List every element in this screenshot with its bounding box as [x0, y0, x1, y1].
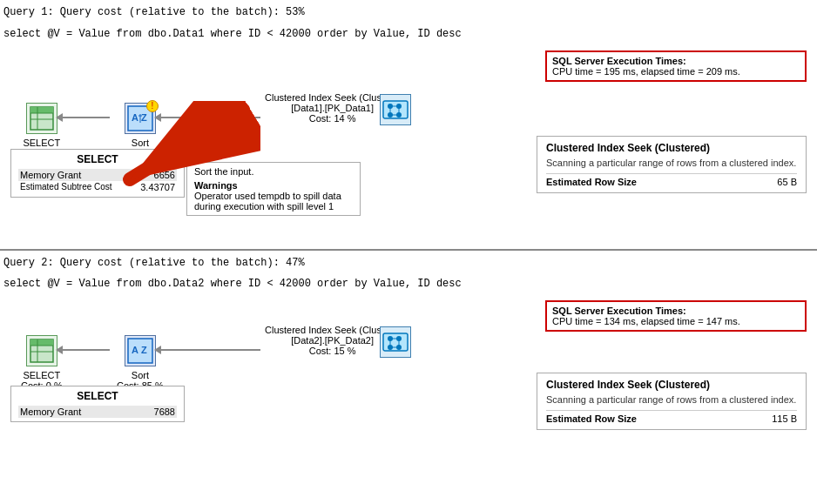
- query1-sort-label: Sort: [117, 138, 164, 148]
- query1-section: Query 1: Query cost (relative to the bat…: [0, 0, 817, 251]
- query1-cluster-details-title: Clustered Index Seek (Clustered): [546, 142, 797, 154]
- query1-cluster-details-desc: Scanning a particular range of rows from…: [546, 158, 797, 168]
- query2-exec-cpu: CPU time = 134 ms, elapsed time = 147 ms…: [552, 316, 800, 326]
- query2-select-icon: [24, 333, 59, 368]
- connector2-select-sort: [57, 349, 110, 351]
- query1-cluster-node[interactable]: [378, 92, 413, 129]
- query2-plan-area: SQL Server Execution Times: CPU time = 1…: [3, 299, 814, 438]
- query1-sort-tooltip: Sort the input. Warnings Operator used t…: [186, 162, 361, 216]
- query1-header2: select @V = Value from dbo.Data1 where I…: [3, 27, 814, 42]
- query1-select-label: SELECT: [21, 138, 63, 148]
- query1-sort-icon-container: A Z !: [123, 101, 158, 136]
- query1-subtree-value: 3.43707: [132, 181, 177, 193]
- arrow2-sort-cluster: [154, 346, 161, 354]
- query1-select-tooltip-title: SELECT: [18, 153, 177, 165]
- query1-sort-desc: Sort the input.: [194, 166, 353, 177]
- svg-rect-22: [30, 339, 53, 346]
- sort-warning-badge: !: [146, 100, 159, 112]
- query2-header1-text: Query 2: Query cost (relative to the bat…: [3, 257, 305, 269]
- query2-sort-label: Sort: [117, 370, 164, 380]
- query1-row-size-label: Estimated Row Size: [546, 177, 637, 187]
- query1-select-icon: [24, 101, 59, 136]
- query2-cluster-node[interactable]: [378, 325, 413, 361]
- clustered-index-icon-2: [380, 326, 411, 358]
- query2-cluster-details-desc: Scanning a particular range of rows from…: [546, 394, 797, 405]
- query2-select-node[interactable]: SELECT Cost: 0 %: [21, 333, 63, 391]
- query2-row-size-label: Estimated Row Size: [546, 413, 637, 424]
- query1-select-tooltip: SELECT Memory Grant 6656 Estimated Subtr…: [10, 149, 185, 198]
- svg-text:A: A: [132, 345, 138, 355]
- query2-section: Query 2: Query cost (relative to the bat…: [0, 251, 817, 447]
- connector-sort-cluster: [156, 117, 260, 118]
- query1-cluster-row-size: Estimated Row Size 65 B: [546, 173, 797, 187]
- query2-select-tooltip: SELECT Memory Grant 7688: [10, 386, 185, 422]
- query2-memory-grant-value: 7688: [133, 406, 177, 418]
- query2-cluster-icon: [378, 325, 413, 360]
- query2-execution-times: SQL Server Execution Times: CPU time = 1…: [545, 300, 807, 332]
- query1-warnings-text: Operator used tempdb to spill data durin…: [194, 191, 353, 212]
- svg-text:Z: Z: [141, 112, 147, 123]
- query1-cluster-icon: [378, 92, 413, 127]
- svg-rect-29: [383, 333, 408, 351]
- query2-sort-icon-container: A Z: [123, 333, 158, 368]
- query2-cluster-row-size: Estimated Row Size 115 B: [546, 410, 797, 424]
- sort-az-icon: A Z !: [125, 103, 156, 134]
- query2-memory-grant-label: Memory Grant: [18, 406, 133, 418]
- svg-text:Z: Z: [141, 345, 147, 355]
- query2-select-label: SELECT: [21, 370, 63, 380]
- select-table-icon-2: [26, 335, 57, 366]
- sort-az-icon-2: A Z: [125, 335, 156, 366]
- arrow2-select-sort: [56, 346, 63, 354]
- query1-plan-area: SQL Server Execution Times: CPU time = 1…: [3, 49, 814, 240]
- query1-header1: Query 1: Query cost (relative to the bat…: [3, 5, 814, 20]
- query2-header1: Query 2: Query cost (relative to the bat…: [3, 256, 814, 271]
- arrow-sort-cluster: [154, 113, 161, 122]
- query2-sort-node[interactable]: A Z Sort Cost: 85 %: [117, 333, 164, 391]
- query2-header2: select @V = Value from dbo.Data2 where I…: [3, 277, 814, 292]
- query2-cluster-details: Clustered Index Seek (Clustered) Scannin…: [537, 373, 807, 430]
- select-table-icon: [26, 103, 57, 134]
- query1-exec-title: SQL Server Execution Times:: [552, 56, 800, 66]
- query2-header2-text: select @V = Value from dbo.Data2 where I…: [3, 278, 462, 290]
- query1-execution-times: SQL Server Execution Times: CPU time = 1…: [545, 50, 807, 82]
- query2-cluster-details-title: Clustered Index Seek (Clustered): [546, 379, 797, 391]
- query2-select-tooltip-title: SELECT: [18, 390, 177, 402]
- svg-rect-1: [30, 107, 53, 113]
- query1-cluster-details: Clustered Index Seek (Clustered) Scannin…: [537, 136, 807, 193]
- arrow-select-sort: [56, 113, 63, 122]
- query1-memory-grant-value: 6656: [132, 169, 177, 181]
- connector-select-sort: [57, 117, 110, 118]
- query2-row-size-value: 115 B: [772, 413, 797, 424]
- query2-exec-title: SQL Server Execution Times:: [552, 306, 800, 316]
- query1-memory-grant-label: Memory Grant: [18, 169, 132, 181]
- connector2-sort-cluster: [156, 349, 260, 351]
- query1-row-size-value: 65 B: [777, 177, 797, 187]
- query1-exec-cpu: CPU time = 195 ms, elapsed time = 209 ms…: [552, 66, 800, 77]
- svg-text:A: A: [132, 112, 138, 123]
- query1-subtree-label: Estimated Subtree Cost: [18, 181, 132, 193]
- query1-warnings-title: Warnings: [194, 180, 353, 191]
- clustered-index-icon: [380, 94, 411, 125]
- query1-header1-text: Query 1: Query cost (relative to the bat…: [3, 6, 305, 18]
- svg-rect-10: [383, 101, 408, 118]
- query1-header2-text: select @V = Value from dbo.Data1 where I…: [3, 28, 462, 40]
